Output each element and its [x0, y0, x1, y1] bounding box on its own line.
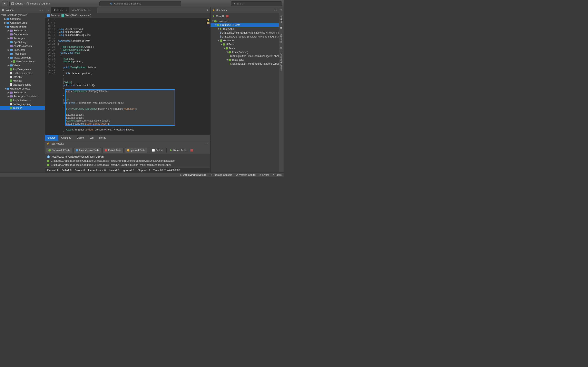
- change-markers: [207, 22, 209, 25]
- source-tab[interactable]: Blame: [74, 135, 86, 141]
- unit-test-item[interactable]: ▼Gratitude: [210, 19, 279, 23]
- tree-item[interactable]: packages.config: [0, 83, 45, 87]
- toolbar: Debug › iPhone 6 iOS 9.3 ✿ Xamarin Studi…: [0, 0, 284, 7]
- panel-float-icon[interactable]: ▫: [40, 9, 41, 12]
- source-tab[interactable]: Merge: [96, 135, 109, 141]
- test-filter-button[interactable]: Ignored Tests: [125, 148, 147, 153]
- unit-test-item[interactable]: ▼Tests(iOS): [210, 58, 279, 62]
- tree-item[interactable]: ▶Base.lproj: [0, 48, 45, 52]
- tree-item[interactable]: Resources: [0, 52, 45, 56]
- sidestrip-icon[interactable]: ▦: [280, 26, 283, 29]
- tabs-dropdown-icon[interactable]: ▼: [204, 8, 210, 12]
- nav-back-icon[interactable]: ‹: [47, 8, 47, 12]
- device-label: iPhone 6 iOS 9.3: [30, 2, 50, 5]
- test-result-line[interactable]: Gratitude.Gratitude.UITests.Gratitude.UI…: [47, 159, 208, 163]
- unit-test-item[interactable]: ▼Tests(Android): [210, 50, 279, 54]
- test-results-panel: ⚡Test Results ▫ × Successful TestsInconc…: [45, 141, 210, 172]
- tree-item[interactable]: Components: [0, 33, 45, 36]
- task-icon: ✓: [272, 174, 274, 176]
- run-all-label: Run All: [216, 15, 224, 18]
- stop-icon[interactable]: [190, 149, 193, 151]
- tree-item[interactable]: ▼Gratitude.UITests: [0, 87, 45, 91]
- unit-test-item[interactable]: ClickingButtonTwiceShouldChangeItsLabel: [210, 62, 279, 66]
- run-all-button[interactable]: Run All: [213, 15, 224, 18]
- code-content[interactable]: using NUnit.Framework; using Xamarin.UIT…: [57, 18, 210, 135]
- tree-item[interactable]: Assets.xcassets: [0, 44, 45, 48]
- unit-tests-tree[interactable]: ▼Gratitude▼Gratitude.UITests▼Test AppsGr…: [210, 19, 279, 172]
- source-tab[interactable]: Source: [45, 135, 58, 141]
- unit-test-item[interactable]: ▼UITests: [210, 42, 279, 46]
- tree-item[interactable]: Main.cs: [0, 79, 45, 83]
- tree-item[interactable]: ▶References: [0, 29, 45, 33]
- close-icon[interactable]: ×: [66, 9, 67, 12]
- statusbar-item[interactable]: ⬇Deploying to Device: [180, 174, 207, 176]
- tree-item[interactable]: ▶Gratitude.Droid: [0, 21, 45, 25]
- tree-item[interactable]: ▶References: [0, 91, 45, 94]
- tree-item[interactable]: AppSettings: [0, 40, 45, 44]
- editor-tab[interactable]: ViewController.cs: [69, 7, 97, 13]
- rerun-button[interactable]: Rerun Tests: [168, 148, 189, 153]
- source-tab[interactable]: Log: [86, 135, 96, 141]
- sidestrip-label[interactable]: Properties: [280, 31, 283, 44]
- unit-test-item[interactable]: ▼Gratitude: [210, 39, 279, 42]
- tree-item[interactable]: Info.plist: [0, 75, 45, 79]
- editor-area: ‹ › Tests.cs×ViewController.cs ▼ Tests ▶…: [45, 7, 210, 172]
- search-input[interactable]: [236, 2, 280, 5]
- tree-item[interactable]: ▶Gratitude: [0, 17, 45, 21]
- editor-tab[interactable]: Tests.cs×: [51, 7, 69, 13]
- tree-item[interactable]: ▶Packages(2 updates): [0, 94, 45, 98]
- statusbar-item[interactable]: ▢Package Console: [210, 174, 232, 176]
- solution-header: ▦Solution ▫ ×: [0, 7, 45, 13]
- panel-float-icon[interactable]: ▫: [206, 142, 207, 145]
- tree-item[interactable]: Entitlements.plist: [0, 71, 45, 75]
- tree-item[interactable]: ▶Views: [0, 63, 45, 67]
- tree-item[interactable]: Tests.cs: [0, 106, 45, 110]
- sidestrip-label[interactable]: Toolbox: [280, 14, 283, 24]
- test-filter-button[interactable]: Failed Tests: [103, 148, 123, 153]
- nav-forward-icon[interactable]: ›: [48, 8, 49, 12]
- warning-marker-icon[interactable]: [208, 19, 209, 21]
- statusbar-item[interactable]: ⎇Version Control: [235, 174, 256, 176]
- unit-test-item[interactable]: ▼Tests: [210, 46, 279, 50]
- test-results-body: iTest results for Gratitude configuratio…: [45, 154, 210, 168]
- panel-close-icon[interactable]: ×: [207, 142, 209, 145]
- unit-test-item[interactable]: ▼Test Apps: [210, 27, 279, 31]
- statusbar-item[interactable]: ⊘Errors: [259, 174, 269, 176]
- search-icon: [233, 2, 235, 5]
- tree-item[interactable]: AppInitializer.cs: [0, 98, 45, 102]
- tree-item[interactable]: packages.config: [0, 102, 45, 106]
- unit-test-item[interactable]: Gratitude.Droid (target: Virtual Devices…: [210, 31, 279, 35]
- summary-item: Inconclusive: 0: [88, 169, 105, 172]
- output-toggle[interactable]: Output: [150, 148, 165, 153]
- unit-test-item[interactable]: Gratitude.iOS (target: Simulator / iPhon…: [210, 35, 279, 39]
- selection-highlight: [65, 89, 175, 125]
- code-editor[interactable]: 4 5 6 7 8 9 10 11 12 13 14 15 16 17 18 1…: [45, 18, 210, 135]
- panel-float-icon[interactable]: ▫: [274, 9, 275, 12]
- sidestrip-icon[interactable]: ▤: [280, 46, 283, 49]
- solution-tree[interactable]: ▼Gratitude (master)▶Gratitude▶Gratitude.…: [0, 13, 45, 172]
- tree-item[interactable]: ▼Gratitude.iOS: [0, 25, 45, 29]
- sidestrip-icon[interactable]: T: [280, 8, 282, 12]
- statusbar-item[interactable]: ✓Tasks: [272, 174, 282, 176]
- tree-item[interactable]: ▼ViewControllers: [0, 56, 45, 59]
- tree-item[interactable]: AppDelegate.cs: [0, 67, 45, 71]
- output-checkbox[interactable]: [152, 149, 155, 152]
- tree-item[interactable]: ▶Packages: [0, 36, 45, 40]
- solution-root[interactable]: ▼Gratitude (master): [0, 13, 45, 17]
- panel-close-icon[interactable]: ×: [42, 9, 43, 12]
- unit-test-item[interactable]: ▼Gratitude.UITests: [210, 23, 279, 27]
- unit-test-item[interactable]: ClickingButtonTwiceShouldChangeItsLabel: [210, 54, 279, 58]
- test-filter-button[interactable]: Successful Tests: [46, 148, 72, 153]
- test-result-line[interactable]: Gratitude.Gratitude.UITests.Gratitude.UI…: [47, 163, 208, 167]
- tree-item[interactable]: ▶ViewController.cs: [0, 59, 45, 63]
- test-results-title: Test Results: [51, 142, 64, 145]
- panel-close-icon[interactable]: ×: [276, 9, 277, 12]
- config-selector[interactable]: Debug › iPhone 6 iOS 9.3: [11, 2, 50, 5]
- source-tab[interactable]: Changes: [58, 135, 74, 141]
- search-box[interactable]: [231, 1, 282, 6]
- stop-button[interactable]: [226, 15, 228, 17]
- run-button[interactable]: [2, 1, 8, 6]
- breadcrumb[interactable]: Tests ▶ Tests(Platform platform): [45, 13, 210, 18]
- sidestrip-label[interactable]: Document Outline: [280, 51, 283, 72]
- test-filter-button[interactable]: Inconclusive Tests: [73, 148, 101, 153]
